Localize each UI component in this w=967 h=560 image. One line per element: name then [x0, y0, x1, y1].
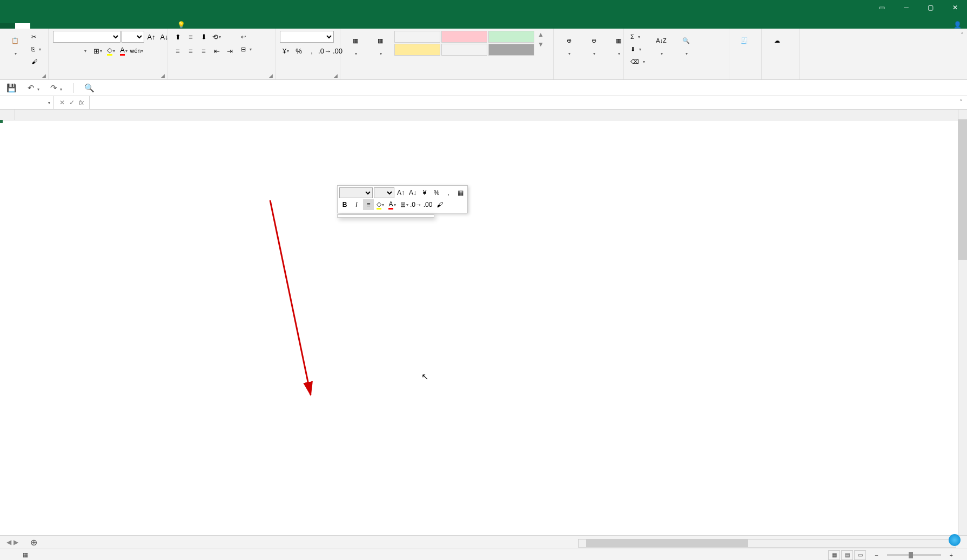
maximize-icon[interactable]: ▢: [918, 0, 943, 15]
mini-font-size[interactable]: [374, 187, 394, 198]
clear-button[interactable]: ⌫▾: [628, 56, 647, 68]
cut-button[interactable]: ✂: [29, 31, 43, 43]
paste-button[interactable]: 📋 ▾: [4, 31, 26, 57]
format-painter-button[interactable]: 🖌: [29, 56, 43, 68]
align-bottom-button[interactable]: ⬇: [198, 31, 210, 43]
mini-comma[interactable]: ,: [443, 187, 454, 198]
copy-button[interactable]: ⎘▾: [29, 43, 43, 55]
save-icon[interactable]: 💾: [6, 83, 17, 93]
zoom-in-icon[interactable]: +: [950, 552, 953, 558]
comma-button[interactable]: ,: [306, 45, 318, 57]
style-good[interactable]: [488, 31, 534, 43]
view-normal-icon[interactable]: ▦: [828, 550, 840, 560]
tab-formulas[interactable]: [61, 23, 76, 29]
italic-button[interactable]: [66, 45, 78, 57]
orientation-button[interactable]: ⟲▾: [211, 31, 223, 43]
minimize-icon[interactable]: ─: [894, 0, 918, 15]
sheet-nav-first[interactable]: ◀: [6, 538, 11, 546]
mini-decimal-dec[interactable]: .00: [422, 199, 433, 210]
horizontal-scrollbar[interactable]: [578, 539, 956, 548]
styles-down-icon[interactable]: ▼: [538, 41, 544, 48]
mini-decrease-font[interactable]: A↓: [407, 187, 418, 198]
align-right-button[interactable]: ≡: [198, 45, 210, 57]
font-color-button[interactable]: A▾: [118, 45, 130, 57]
font-size-select[interactable]: [122, 31, 144, 43]
share-button[interactable]: 👤: [953, 21, 962, 29]
mini-percent[interactable]: %: [431, 187, 442, 198]
mini-align[interactable]: ≡: [363, 199, 374, 210]
add-sheet-button[interactable]: ⊕: [25, 537, 43, 548]
undo-icon[interactable]: ↶ ▾: [28, 83, 39, 93]
merge-center-button[interactable]: ⊟▾: [239, 43, 254, 55]
number-launcher[interactable]: ◢: [334, 73, 338, 78]
fx-icon[interactable]: fx: [79, 99, 84, 106]
mini-format-painter[interactable]: 🖌: [434, 199, 445, 210]
tab-data[interactable]: [76, 23, 91, 29]
vertical-scrollbar[interactable]: [958, 110, 967, 535]
select-all-corner[interactable]: [0, 110, 15, 120]
tab-view[interactable]: [106, 23, 121, 29]
fill-button[interactable]: ⬇▾: [628, 43, 647, 55]
collapse-ribbon-icon[interactable]: ˄: [957, 29, 967, 79]
tab-netdisk[interactable]: [151, 23, 166, 29]
tab-review[interactable]: [91, 23, 106, 29]
phonetic-button[interactable]: wén▾: [131, 45, 143, 57]
align-left-button[interactable]: ≡: [172, 45, 184, 57]
accounting-button[interactable]: ¥▾: [280, 45, 292, 57]
mini-font-name[interactable]: [339, 187, 373, 198]
mini-increase-font[interactable]: A↑: [395, 187, 406, 198]
enter-formula-icon[interactable]: ✓: [69, 99, 75, 106]
indent-decrease-button[interactable]: ⇤: [211, 45, 223, 57]
find-select-button[interactable]: 🔍▾: [675, 31, 697, 57]
mini-font-color[interactable]: A▾: [387, 199, 398, 210]
tab-dev[interactable]: [121, 23, 136, 29]
clipboard-launcher[interactable]: ◢: [42, 73, 46, 78]
sheet-nav-last[interactable]: ▶: [14, 538, 18, 546]
mini-border[interactable]: ⊞▾: [399, 199, 409, 210]
tab-insert[interactable]: [30, 23, 45, 29]
mini-bold[interactable]: B: [339, 199, 350, 210]
mini-fill-color[interactable]: ◇▾: [375, 199, 386, 210]
view-break-icon[interactable]: ▭: [854, 550, 866, 560]
ribbon-display-icon[interactable]: ▭: [870, 0, 894, 15]
name-box[interactable]: [3, 99, 41, 106]
wrap-text-button[interactable]: ↩: [239, 31, 254, 43]
increase-decimal-button[interactable]: .0→: [319, 45, 331, 57]
align-middle-button[interactable]: ≡: [185, 31, 197, 43]
redo-icon[interactable]: ↷ ▾: [50, 83, 62, 93]
increase-font-button[interactable]: A↑: [145, 31, 157, 43]
format-table-button[interactable]: ▦▾: [370, 31, 391, 57]
font-launcher[interactable]: ◢: [161, 73, 165, 78]
conditional-format-button[interactable]: ▦▾: [345, 31, 366, 57]
name-box-dropdown[interactable]: ▾: [48, 100, 50, 105]
zoom-out-icon[interactable]: −: [875, 552, 878, 558]
mini-format-table[interactable]: ▦: [455, 187, 466, 198]
bold-button[interactable]: [53, 45, 65, 57]
invoice-check-button[interactable]: 🧾: [734, 31, 755, 51]
underline-button[interactable]: ▾: [79, 45, 91, 57]
save-netdisk-button[interactable]: ☁: [766, 31, 788, 51]
zoom-slider[interactable]: [887, 554, 941, 556]
delete-cells-button[interactable]: ⊖▾: [583, 31, 605, 57]
border-button[interactable]: ⊞▾: [92, 45, 104, 57]
percent-button[interactable]: %: [293, 45, 305, 57]
close-icon[interactable]: ✕: [943, 0, 967, 15]
number-format-select[interactable]: [280, 31, 334, 43]
align-launcher[interactable]: ◢: [269, 73, 273, 78]
tab-layout[interactable]: [45, 23, 61, 29]
insert-cells-button[interactable]: ⊕▾: [558, 31, 580, 57]
style-check[interactable]: [488, 44, 534, 56]
styles-up-icon[interactable]: ▲: [538, 31, 544, 38]
style-neutral[interactable]: [394, 44, 440, 56]
indent-increase-button[interactable]: ⇥: [224, 45, 236, 57]
style-bad[interactable]: [441, 31, 487, 43]
tab-pdf[interactable]: [136, 23, 151, 29]
mini-accounting[interactable]: ¥: [419, 187, 430, 198]
fill-color-button[interactable]: ◇▾: [105, 45, 117, 57]
tab-file[interactable]: [0, 23, 15, 29]
font-name-select[interactable]: [53, 31, 120, 43]
align-center-button[interactable]: ≡: [185, 45, 197, 57]
tab-home[interactable]: [15, 23, 30, 29]
expand-formula-icon[interactable]: ˅: [955, 99, 967, 106]
view-page-icon[interactable]: ▤: [841, 550, 853, 560]
